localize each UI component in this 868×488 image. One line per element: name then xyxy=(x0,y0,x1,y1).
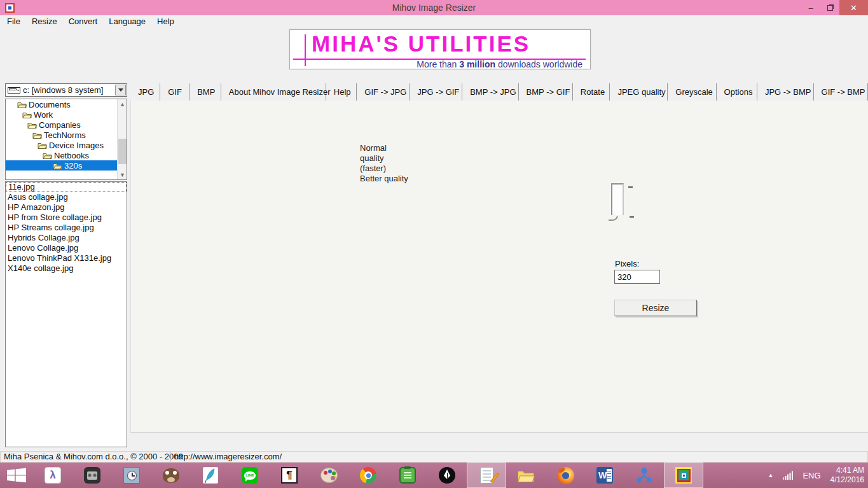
open-folder-icon xyxy=(17,101,27,109)
3d-cube-app-icon[interactable]: λ xyxy=(33,463,72,488)
gimp-icon[interactable] xyxy=(151,463,191,488)
tab-jpg-bmp[interactable]: JPG -> BMP xyxy=(757,83,814,101)
network-signal-icon[interactable] xyxy=(783,471,793,480)
tree-item-device-images[interactable]: Device Images xyxy=(6,140,127,150)
tree-item-documents[interactable]: Documents xyxy=(6,99,127,109)
tree-item-label: Companies xyxy=(37,120,83,130)
language-indicator[interactable]: ENG xyxy=(803,471,820,480)
tree-item-label: 320s xyxy=(62,161,84,171)
tree-item-label: Device Images xyxy=(47,141,106,150)
file-explorer-icon[interactable] xyxy=(506,463,546,488)
close-button[interactable]: ✕ xyxy=(839,0,868,15)
chrome-icon[interactable] xyxy=(348,463,388,488)
quality-line: quality xyxy=(360,153,408,164)
tab-greyscale[interactable]: Greyscale xyxy=(668,83,716,101)
pixels-input[interactable] xyxy=(614,270,660,284)
tree-item-label: Netbooks xyxy=(52,151,91,160)
mihov-resizer-icon[interactable] xyxy=(664,463,703,488)
banner-subtitle: More than 3 million downloads worldwide xyxy=(417,59,582,69)
banner-title: MIHA'S UTILITIES xyxy=(312,31,530,57)
camera-app-icon[interactable] xyxy=(72,463,112,488)
firefox-icon[interactable] xyxy=(546,463,585,488)
tab-gif-bmp[interactable]: GIF -> BMP xyxy=(814,83,868,101)
tree-item-companies[interactable]: Companies xyxy=(6,120,127,130)
file-item-11e-jpg[interactable]: 11e.jpg xyxy=(6,182,127,192)
tree-item-label: TechNorms xyxy=(42,130,88,140)
tree-scrollbar-thumb[interactable] xyxy=(118,139,127,164)
open-folder-icon xyxy=(22,111,32,119)
quality-line: Normal xyxy=(360,143,408,153)
line-messenger-icon[interactable]: LINE xyxy=(230,463,270,488)
slider-foot-curve xyxy=(607,213,629,221)
resize-button[interactable]: Resize xyxy=(614,300,697,316)
tree-item-work[interactable]: Work xyxy=(6,109,127,120)
tree-item-technorms[interactable]: TechNorms xyxy=(6,130,127,140)
windows-logo-icon xyxy=(7,468,26,483)
status-bar: Miha Psenica & Mihov.com d.o.o., © 2000 … xyxy=(0,451,868,463)
quality-line: Better quality xyxy=(360,174,408,184)
tab-options[interactable]: Options xyxy=(717,83,757,101)
feather-pen-app-icon[interactable] xyxy=(191,463,230,488)
share-network-app-icon[interactable] xyxy=(624,463,664,488)
scroll-down-icon[interactable]: ▼ xyxy=(118,170,127,179)
tab-strip: JPGGIFBMPAbout Mihov Image ResizerHelpGI… xyxy=(130,83,868,101)
folder-clock-app-icon[interactable] xyxy=(112,463,151,488)
folder-tree: DocumentsWorkCompaniesTechNormsDevice Im… xyxy=(5,99,127,180)
menu-item-language[interactable]: Language xyxy=(103,15,151,28)
tab-jpeg-quality[interactable]: JPEG quality xyxy=(610,83,668,101)
green-notepad-app-icon[interactable] xyxy=(388,463,427,488)
menu-item-file[interactable]: File xyxy=(1,15,26,28)
tree-scrollbar[interactable]: ▲ ▼ xyxy=(117,99,127,179)
hidden-icons-arrow[interactable]: ▲ xyxy=(768,472,774,478)
tab-rotate[interactable]: Rotate xyxy=(573,83,610,101)
tab-about-mihov-image-resizer[interactable]: About Mihov Image Resizer xyxy=(221,83,326,101)
open-folder-icon xyxy=(32,131,42,139)
main-panel: Normalquality(faster)Better quality xyxy=(130,101,868,433)
file-item-lenovo-thinkpad-x131e-jpg[interactable]: Lenovo ThinkPad X131e.jpg xyxy=(6,253,127,263)
file-item-lenovo-collage-jpg[interactable]: Lenovo Collage.jpg xyxy=(6,243,127,253)
file-item-asus-collage-jpg[interactable]: Asus collage.jpg xyxy=(6,192,127,202)
status-copyright: Miha Psenica & Mihov.com d.o.o., © 2000 … xyxy=(0,452,170,463)
word-icon[interactable]: W xyxy=(585,463,624,488)
file-item-hybrids-collage-jpg[interactable]: Hybrids Collage.jpg xyxy=(6,233,127,243)
drive-selector[interactable]: c: [windows 8 system] xyxy=(5,83,127,97)
menu-item-convert[interactable]: Convert xyxy=(63,15,104,28)
tab-bmp[interactable]: BMP xyxy=(189,83,221,101)
drive-icon xyxy=(8,87,20,94)
clock[interactable]: 4:41 AM 4/12/2016 xyxy=(830,466,864,485)
title-bar: Mihov Image Resizer – ✕ xyxy=(0,0,868,15)
file-list: 11e.jpgAsus collage.jpgHP Amazon.jpgHP f… xyxy=(5,181,127,447)
pen-nib-app-icon[interactable] xyxy=(427,463,467,488)
mihas-utilities-banner: MIHA'S UTILITIES More than 3 million dow… xyxy=(289,29,591,69)
app-icon xyxy=(5,3,15,13)
pilcrow-app-icon[interactable]: ¶ xyxy=(270,463,309,488)
start-button[interactable] xyxy=(0,463,33,488)
file-item-hp-from-store-collage-jpg[interactable]: HP from Store collage.jpg xyxy=(6,213,127,223)
system-tray: ▲ ENG 4:41 AM 4/12/2016 xyxy=(768,463,864,488)
menu-item-resize[interactable]: Resize xyxy=(26,15,63,28)
maximize-button[interactable] xyxy=(820,0,839,15)
tree-item-320s[interactable]: 320s xyxy=(6,160,127,171)
quality-line: (faster) xyxy=(360,164,408,174)
tab-jpg-gif[interactable]: JPG -> GIF xyxy=(410,83,462,101)
file-item-hp-amazon-jpg[interactable]: HP Amazon.jpg xyxy=(6,202,127,213)
tab-help[interactable]: Help xyxy=(326,83,357,101)
tab-bmp-gif[interactable]: BMP -> GIF xyxy=(519,83,573,101)
restore-icon xyxy=(827,5,833,11)
minimize-button[interactable]: – xyxy=(801,0,820,15)
tree-item-label: Work xyxy=(32,110,55,120)
tab-gif-jpg[interactable]: GIF -> JPG xyxy=(357,83,410,101)
quality-slider[interactable] xyxy=(611,183,624,215)
window-title: Mihov Image Resizer xyxy=(0,3,868,13)
paint-palette-app-icon[interactable] xyxy=(309,463,348,488)
notes-pencil-app-icon[interactable] xyxy=(467,463,506,488)
tab-jpg[interactable]: JPG xyxy=(130,83,160,101)
menu-item-help[interactable]: Help xyxy=(151,15,180,28)
scroll-up-icon[interactable]: ▲ xyxy=(118,99,127,109)
drive-dropdown-button[interactable] xyxy=(115,85,126,95)
tab-bmp-jpg[interactable]: BMP -> JPG xyxy=(462,83,518,101)
file-item-hp-streams-collage-jpg[interactable]: HP Streams collage.jpg xyxy=(6,223,127,233)
tree-item-netbooks[interactable]: Netbooks xyxy=(6,150,127,160)
tab-gif[interactable]: GIF xyxy=(160,83,189,101)
file-item-x140e-collage-jpg[interactable]: X140e collage.jpg xyxy=(6,263,127,274)
